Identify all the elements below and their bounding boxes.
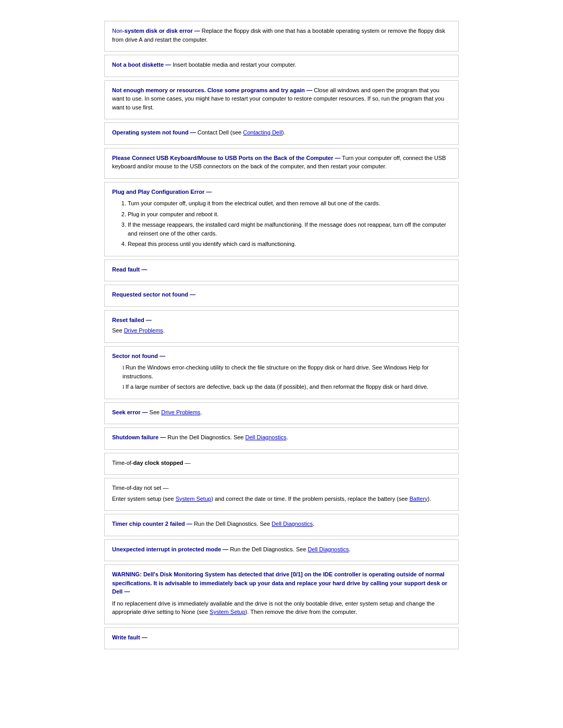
section-non-system-disk: Non-system disk or disk error — Replace … [104, 21, 459, 52]
section-time-of-day-stopped: Time-of-day clock stopped — [104, 453, 459, 475]
plug-and-play-steps: Turn your computer off, unplug it from t… [128, 199, 451, 249]
plug-and-play-title-text: Plug and Play Configuration Error — [112, 188, 451, 196]
not-boot-diskette-title: Not a boot diskette [112, 61, 164, 68]
unexpected-interrupt-title: Unexpected interrupt in protected mode [112, 546, 221, 552]
os-not-found-title: Operating system not found [112, 129, 189, 135]
plug-and-play-title: Plug and Play Configuration Error [112, 189, 204, 195]
sector-not-found-bullets: Run the Windows error-checking utility t… [123, 363, 451, 391]
seek-error-dash: — [140, 409, 148, 415]
battery-link[interactable]: Battery [409, 496, 427, 502]
drive-problems-link-reset[interactable]: Drive Problems [124, 327, 163, 334]
section-warning-disk: WARNING: Dell's Disk Monitoring System h… [104, 564, 459, 624]
write-fault-title: Write fault [112, 634, 140, 640]
section-non-system-disk-text: Non-system disk or disk error — Replace … [112, 27, 451, 44]
time-of-day-stopped-bold: day clock stopped [133, 460, 183, 466]
reset-failed-title: Reset failed [112, 317, 144, 323]
section-sector-not-found: Sector not found — Run the Windows error… [104, 346, 459, 399]
shutdown-failure-dash: — [158, 434, 166, 440]
system-setup-link-warning[interactable]: System Setup [210, 609, 245, 615]
timer-chip-title: Timer chip counter 2 failed [112, 521, 185, 527]
section-timer-chip: Timer chip counter 2 failed — Run the De… [104, 514, 459, 536]
unexpected-interrupt-dash: — [221, 546, 228, 552]
system-setup-link-time[interactable]: System Setup [176, 496, 211, 502]
section-requested-sector-text: Requested sector not found — [112, 290, 451, 299]
section-requested-sector: Requested sector not found — [104, 285, 459, 307]
time-of-day-not-set-dash: — [163, 485, 168, 491]
section-write-fault-text: Write fault — [112, 633, 451, 642]
section-time-of-day-not-set-title-text: Time-of-day not set — [112, 484, 451, 492]
drive-problems-link-seek[interactable]: Drive Problems [161, 409, 200, 415]
not-boot-diskette-dash: — [164, 61, 171, 68]
section-shutdown-failure: Shutdown failure — Run the Dell Diagnost… [104, 427, 459, 450]
section-not-enough-memory-text: Not enough memory or resources. Close so… [112, 86, 451, 112]
non-system-disk-dash: — [193, 28, 200, 34]
sector-not-found-dash: — [158, 353, 165, 359]
section-time-of-day-not-set: Time-of-day not set — Enter system setup… [104, 478, 459, 511]
read-fault-dash: — [140, 266, 147, 273]
not-enough-memory-title: Not enough memory or resources. Close so… [112, 87, 305, 93]
requested-sector-dash: — [188, 291, 195, 298]
sector-not-found-title-text: Sector not found — [112, 352, 451, 361]
dell-diagnostics-link-shutdown[interactable]: Dell Diagnostics [246, 434, 287, 440]
timer-chip-dash: — [185, 521, 192, 527]
section-warning-disk-title-text: WARNING: Dell's Disk Monitoring System h… [112, 570, 451, 596]
section-seek-error-text: Seek error — See Drive Problems. [112, 408, 451, 417]
section-warning-disk-body: If no replacement drive is immediately a… [112, 599, 451, 616]
page-container: Non-system disk or disk error — Replace … [104, 21, 459, 649]
section-os-not-found: Operating system not found — Contact Del… [104, 122, 459, 145]
sector-not-found-bullet-1: Run the Windows error-checking utility t… [123, 363, 451, 380]
shutdown-failure-title: Shutdown failure [112, 434, 158, 440]
dell-diagnostics-link-timer[interactable]: Dell Diagnostics [272, 521, 313, 527]
write-fault-dash: — [140, 634, 148, 640]
section-not-boot-diskette-text: Not a boot diskette — Insert bootable me… [112, 60, 451, 69]
section-os-not-found-text: Operating system not found — Contact Del… [112, 128, 451, 137]
section-time-of-day-stopped-text: Time-of-day clock stopped — [112, 459, 451, 467]
reset-failed-dash: — [144, 317, 152, 323]
section-not-enough-memory: Not enough memory or resources. Close so… [104, 80, 459, 120]
section-reset-failed-title-text: Reset failed — [112, 316, 451, 325]
section-read-fault-text: Read fault — [112, 265, 451, 274]
section-unexpected-interrupt: Unexpected interrupt in protected mode —… [104, 539, 459, 562]
plug-and-play-step-1: Turn your computer off, unplug it from t… [128, 199, 451, 208]
section-write-fault: Write fault — [104, 627, 459, 650]
section-time-of-day-not-set-body: Enter system setup (see System Setup) an… [112, 495, 451, 503]
sector-not-found-bullet-2: If a large number of sectors are defecti… [123, 382, 451, 391]
section-shutdown-failure-text: Shutdown failure — Run the Dell Diagnost… [112, 433, 451, 442]
seek-error-title: Seek error [112, 409, 140, 415]
section-reset-failed-body: See Drive Problems. [112, 326, 451, 335]
section-read-fault: Read fault — [104, 260, 459, 282]
usb-keyboard-dash: — [333, 155, 340, 161]
section-reset-failed: Reset failed — See Drive Problems. [104, 310, 459, 343]
read-fault-title: Read fault [112, 266, 140, 273]
warning-disk-dash: — [123, 588, 130, 595]
warning-disk-title: WARNING: Dell's Disk Monitoring System h… [112, 571, 447, 595]
section-unexpected-interrupt-text: Unexpected interrupt in protected mode —… [112, 545, 451, 554]
time-of-day-stopped-dash: — [185, 460, 191, 466]
section-usb-keyboard-text: Please Connect USB Keyboard/Mouse to USB… [112, 154, 451, 171]
contacting-dell-link[interactable]: Contacting Dell [243, 129, 282, 135]
plug-and-play-step-2: Plug in your computer and reboot it. [128, 210, 451, 219]
section-plug-and-play: Plug and Play Configuration Error — Turn… [104, 182, 459, 256]
section-seek-error: Seek error — See Drive Problems. [104, 402, 459, 425]
os-not-found-dash: — [189, 129, 196, 135]
requested-sector-title: Requested sector not found [112, 291, 188, 298]
section-not-boot-diskette: Not a boot diskette — Insert bootable me… [104, 55, 459, 77]
dell-diagnostics-link-interrupt[interactable]: Dell Diagnostics [308, 546, 349, 552]
sector-not-found-title: Sector not found [112, 353, 158, 359]
non-system-disk-prefix: Non- [112, 28, 125, 34]
plug-and-play-step-4: Repeat this process until you identify w… [128, 240, 451, 249]
non-system-disk-title: system disk or disk error [125, 28, 193, 34]
not-enough-memory-dash: — [305, 87, 312, 93]
usb-keyboard-title: Please Connect USB Keyboard/Mouse to USB… [112, 155, 333, 161]
plug-and-play-step-3: If the message reappears, the installed … [128, 220, 451, 238]
plug-and-play-dash: — [204, 189, 212, 195]
section-timer-chip-text: Timer chip counter 2 failed — Run the De… [112, 520, 451, 528]
section-usb-keyboard: Please Connect USB Keyboard/Mouse to USB… [104, 148, 459, 179]
